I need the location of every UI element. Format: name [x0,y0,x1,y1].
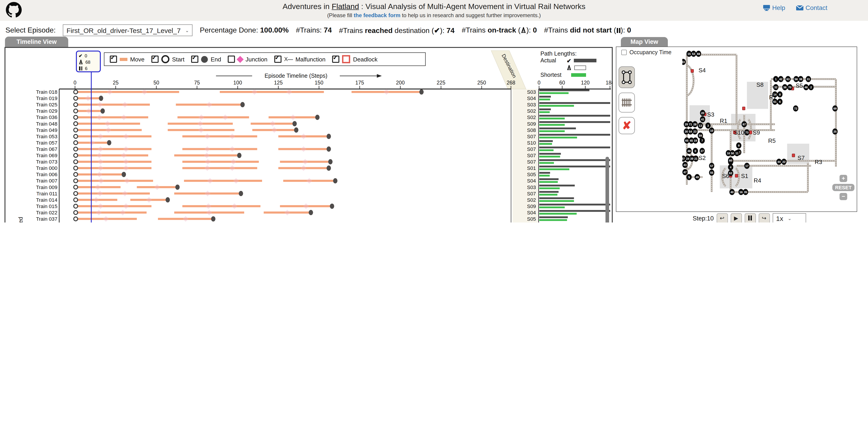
timeline-row[interactable]: Train 009S03 [36,184,575,190]
map-train-badge[interactable]: 57 [709,163,714,169]
legend-checkbox[interactable] [332,56,340,63]
timeline-row[interactable]: Train 018S03 [36,89,589,95]
map-train-badge[interactable]: 21 [693,155,698,161]
map-mode-rail-button[interactable] [619,93,635,113]
map-train-badge[interactable]: 47 [682,169,687,175]
timeline-row[interactable]: Train 011S07 [36,191,558,196]
map-train-badge[interactable]: 72 [793,105,798,112]
legend-checkbox[interactable] [274,56,281,63]
zoom-in-button[interactable]: + [840,175,847,182]
zoom-out-button[interactable]: − [840,193,847,200]
map-train-badge[interactable]: 27 [700,148,705,154]
map-train-badge[interactable]: 61 [772,98,777,104]
map-train-badge[interactable]: 40 [729,189,735,195]
step-back-button[interactable]: ↩ [716,213,728,222]
map-train-badge[interactable]: 49 [694,174,700,180]
map-train-badge[interactable]: 38 [798,76,803,82]
legend-checkbox[interactable] [151,56,159,63]
contact-link[interactable]: Contact [796,4,828,11]
timeline-row[interactable]: Train 049S08 [36,127,576,133]
legend-item-malfunction[interactable]: X----Malfunction [274,56,326,63]
map-train-badge[interactable]: 9 [736,142,741,149]
timeline-row[interactable]: Train 029S02 [36,108,551,114]
map-train-badge[interactable]: 0 [693,148,698,154]
map-clear-button[interactable]: ✘ [619,117,635,134]
map-train-badge[interactable]: 2 [808,84,813,90]
map-train-badge[interactable]: 36 [782,84,787,90]
timeline-row[interactable]: Train 057S10 [36,140,553,146]
map-train-badge[interactable]: 11 [734,150,739,156]
map-train-badge[interactable]: 19 [693,137,698,144]
map-train-badge[interactable]: 73 [744,129,749,135]
pause-button[interactable] [744,213,756,222]
map-train-badge[interactable]: 41 [700,116,705,122]
map-train-badge[interactable]: 13 [698,122,703,129]
timeline-chart[interactable]: DestinationEpisode Timeline (Steps)02550… [4,47,613,222]
map-train-badge[interactable]: 14 [772,91,777,97]
map-train-badge[interactable]: 71 [688,121,693,127]
map-train-badge[interactable]: 32 [773,84,778,90]
map-train-badge[interactable]: 3 [705,122,711,129]
map-train-badge[interactable]: 8 [777,91,782,97]
map-train-badge[interactable]: 68 [696,51,701,57]
map-train-badge[interactable]: 65 [684,137,689,144]
map-train-badge[interactable]: 5 [686,174,691,180]
legend-item-deadlock[interactable]: Deadlock [332,55,377,63]
map-train-badge[interactable]: 63 [785,76,790,82]
map-train-badge[interactable]: 48 [686,148,691,154]
map-train-badge[interactable]: 54 [688,128,693,134]
speed-select[interactable]: 1x⌄ [772,213,806,222]
map-train-badge[interactable]: 20 [700,110,705,116]
occupancy-time-toggle[interactable]: Occupancy Time [621,49,672,56]
map-train-badge[interactable]: 55 [709,169,714,176]
feedback-form-link[interactable]: the feedback form [354,12,401,19]
map-train-badge[interactable]: 15 [686,51,691,57]
rail-map[interactable]: S4S8S5R2S3R1S10S9R5S2S7R3S6S1R4155368331… [682,47,857,211]
occupancy-checkbox[interactable] [621,50,627,55]
map-train-badge[interactable]: 33 [682,59,686,65]
timeline-scrollbar-thumb[interactable] [606,157,609,222]
map-train-badge[interactable]: 46 [803,84,809,90]
map-train-badge[interactable]: 4 [728,164,733,170]
map-train-badge[interactable]: 67 [742,121,747,127]
timeline-row[interactable]: Train 037S05 [36,216,568,222]
legend-item-start[interactable]: Start [151,55,185,63]
map-train-badge[interactable]: 16 [738,189,744,195]
map-train-badge[interactable]: 17 [744,163,749,169]
episode-select[interactable]: First_OR_old_driver-Test_17_Level_7⌄ [63,24,192,36]
legend-checkbox[interactable] [110,56,117,63]
timeline-row[interactable]: Train 069S07 [36,153,561,158]
map-train-badge[interactable]: 42 [778,76,783,82]
map-train-badge[interactable]: 23 [692,128,698,134]
tab-timeline-view[interactable]: Timeline View [5,37,68,47]
legend-checkbox[interactable] [228,56,235,63]
flatland-link[interactable]: Flatland [332,2,359,11]
map-train-badge[interactable]: 56 [794,76,799,82]
timeline-row[interactable]: Train 014S02 [36,197,574,203]
map-train-badge[interactable]: 60 [728,157,733,163]
legend-item-end[interactable]: End [191,56,221,63]
map-train-badge[interactable]: 62 [728,170,733,176]
timeline-row[interactable]: Train 019S04 [36,95,551,101]
play-button[interactable]: ▶ [731,213,742,222]
legend-checkbox[interactable] [191,56,198,63]
timeline-row[interactable]: Train 006S05 [36,172,550,178]
map-train-badge[interactable]: 31 [806,76,811,82]
map-train-badge[interactable]: 25 [832,128,837,134]
map-train-badge[interactable]: 22 [781,159,786,165]
map-train-badge[interactable]: 50 [730,150,735,156]
map-train-badge[interactable]: 35 [743,189,748,195]
zoom-reset-button[interactable]: RESET [832,184,855,191]
map-train-badge[interactable]: 53 [691,51,696,57]
map-train-badge[interactable]: 6 [777,98,782,104]
step-forward-button[interactable]: ↪ [758,213,770,222]
legend-item-junction[interactable]: Junction [228,56,268,63]
map-train-badge[interactable]: 10 [709,127,714,133]
map-train-badge[interactable]: 70 [787,84,792,90]
map-mode-graph-button[interactable] [619,66,635,88]
map-train-badge[interactable]: 28 [692,121,698,127]
map-train-badge[interactable]: 69 [832,105,837,112]
map-train-badge[interactable]: 44 [776,159,781,165]
legend-item-move[interactable]: Move [110,56,145,63]
map-train-badge[interactable]: 43 [682,162,687,168]
